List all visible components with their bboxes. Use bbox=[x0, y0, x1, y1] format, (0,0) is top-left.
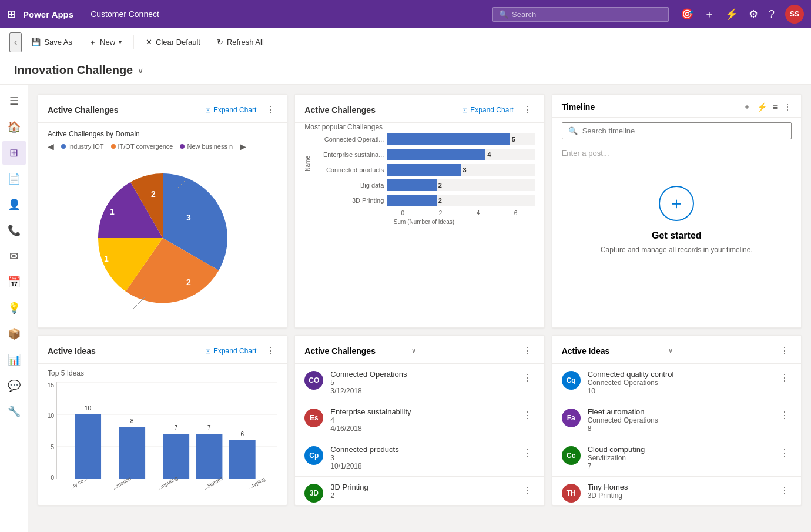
ideas-card-menu-button[interactable]: ⋮ bbox=[263, 343, 277, 359]
save-as-button[interactable]: 💾 Save As bbox=[24, 34, 79, 50]
page-title-bar: Innovation Challenge ∨ bbox=[0, 56, 811, 85]
idea-value-3: 7 bbox=[588, 462, 770, 470]
clear-default-button[interactable]: ✕ Clear Default bbox=[139, 34, 207, 50]
challenge-list-item-1: CO Connected Operations 5 3/12/2018 ⋮ bbox=[295, 364, 544, 401]
timeline-add-button[interactable]: ＋ bbox=[743, 102, 751, 112]
add-icon[interactable]: ＋ bbox=[704, 7, 715, 21]
challenge-title-1[interactable]: Connected Operations bbox=[330, 370, 513, 379]
challenge-item-menu-2[interactable]: ⋮ bbox=[521, 407, 535, 423]
timeline-search-box[interactable]: 🔍 bbox=[562, 122, 792, 139]
idea-list-item-2: Fa Fleet automation Connected Operations… bbox=[552, 401, 801, 439]
sidebar-item-calendar[interactable]: 📅 bbox=[2, 270, 26, 294]
global-search-box[interactable]: 🔍 bbox=[492, 7, 669, 22]
sidebar-item-contacts[interactable]: 👤 bbox=[2, 193, 26, 216]
target-icon[interactable]: 🎯 bbox=[681, 8, 693, 21]
challenge-count-4: 2 bbox=[330, 491, 513, 500]
legend-item-3: New business n bbox=[180, 143, 233, 150]
hbar-chart-body: Most popular Challenges Name Connected O… bbox=[295, 123, 544, 225]
timeline-view-button[interactable]: ≡ bbox=[773, 102, 778, 112]
hbar-row: Big data 2 bbox=[313, 179, 534, 191]
main-content: Active Challenges ⊡ Expand Chart ⋮ Activ… bbox=[28, 85, 811, 532]
sidebar-item-settings[interactable]: 🔧 bbox=[2, 400, 26, 423]
svg-text:2: 2 bbox=[151, 189, 156, 199]
challenge-title-4[interactable]: 3D Printing bbox=[330, 483, 513, 491]
hbar-expand-button[interactable]: ⊡ Expand Chart bbox=[460, 103, 515, 116]
back-button[interactable]: ‹ bbox=[9, 32, 22, 52]
timeline-filter-button[interactable]: ⚡ bbox=[757, 102, 767, 112]
challenge-count-2: 4 bbox=[330, 416, 513, 424]
challenges-list-menu-button[interactable]: ⋮ bbox=[521, 343, 535, 359]
legend-next-icon[interactable]: ▶ bbox=[240, 142, 246, 151]
idea-title-2[interactable]: Fleet automation bbox=[588, 407, 770, 416]
challenge-title-3[interactable]: Connected products bbox=[330, 445, 513, 454]
post-input-area[interactable]: Enter a post... bbox=[552, 144, 801, 162]
sidebar-item-dashboard[interactable]: ⊞ bbox=[2, 141, 26, 165]
settings-icon[interactable]: ⚙ bbox=[749, 8, 758, 21]
idea-title-3[interactable]: Cloud computing bbox=[588, 445, 770, 454]
idea-item-menu-2[interactable]: ⋮ bbox=[778, 407, 792, 423]
svg-rect-14 bbox=[163, 434, 189, 479]
sidebar: ☰ 🏠 ⊞ 📄 👤 📞 ✉ 📅 💡 📦 📊 💬 🔧 bbox=[0, 85, 28, 532]
pie-chart-card: Active Challenges ⊡ Expand Chart ⋮ Activ… bbox=[38, 94, 287, 328]
idea-list-item-3: Cc Cloud computing Servitization 7 ⋮ bbox=[552, 439, 801, 477]
sidebar-item-chat[interactable]: 💬 bbox=[2, 374, 26, 397]
sidebar-item-reports[interactable]: 📊 bbox=[2, 348, 26, 372]
avatar[interactable]: SS bbox=[785, 5, 804, 24]
sidebar-item-menu[interactable]: ☰ bbox=[2, 89, 26, 113]
challenges-list-card: Active Challenges ∨ ⋮ CO Connected Opera… bbox=[294, 335, 544, 506]
sidebar-item-home[interactable]: 🏠 bbox=[2, 115, 26, 139]
hbar-subtitle: Most popular Challenges bbox=[295, 123, 544, 133]
timeline-plus-circle[interactable]: ＋ bbox=[659, 186, 694, 221]
filter-icon[interactable]: ⚡ bbox=[725, 8, 738, 21]
idea-item-menu-4[interactable]: ⋮ bbox=[778, 483, 792, 498]
challenges-list-chevron-icon[interactable]: ∨ bbox=[411, 347, 416, 354]
ideas-list-chevron-icon[interactable]: ∨ bbox=[668, 347, 673, 354]
svg-text:2: 2 bbox=[186, 277, 191, 287]
svg-text:6: 6 bbox=[241, 431, 244, 437]
ideas-list-header: Active Ideas ∨ ⋮ bbox=[552, 336, 801, 364]
grid-menu-icon[interactable]: ⊞ bbox=[7, 8, 16, 21]
sidebar-item-ideas[interactable]: 💡 bbox=[2, 296, 26, 320]
challenge-item-menu-4[interactable]: ⋮ bbox=[521, 483, 535, 498]
challenge-content-2: Enterprise sustainability 4 4/16/2018 bbox=[330, 407, 513, 433]
timeline-menu-button[interactable]: ⋮ bbox=[783, 102, 792, 112]
sidebar-item-docs[interactable]: 📄 bbox=[2, 167, 26, 190]
ideas-expand-button[interactable]: ⊡ Expand Chart bbox=[203, 344, 259, 357]
idea-avatar-1: Cq bbox=[562, 371, 581, 390]
timeline-header-icons: ＋ ⚡ ≡ ⋮ bbox=[743, 102, 792, 112]
svg-rect-12 bbox=[119, 427, 145, 479]
pie-chart-legend: ◀ Industry IOT IT/OT convergence New bus… bbox=[48, 142, 277, 151]
idea-item-menu-3[interactable]: ⋮ bbox=[778, 445, 792, 461]
pie-chart-title: Active Challenges bbox=[48, 105, 203, 115]
pie-card-menu-button[interactable]: ⋮ bbox=[263, 102, 277, 118]
sidebar-item-mail[interactable]: ✉ bbox=[2, 245, 26, 268]
hbar-chart-actions: ⊡ Expand Chart ⋮ bbox=[460, 102, 534, 118]
legend-item-1: Industry IOT bbox=[61, 143, 104, 150]
idea-title-4[interactable]: Tiny Homes bbox=[588, 483, 770, 491]
ideas-bar-chart-card: Active Ideas ⊡ Expand Chart ⋮ Top 5 Idea… bbox=[38, 335, 287, 506]
timeline-search-input[interactable] bbox=[582, 126, 785, 135]
timeline-header: Timeline ＋ ⚡ ≡ ⋮ bbox=[552, 95, 801, 118]
idea-title-1[interactable]: Connected quality control bbox=[588, 370, 770, 379]
sidebar-item-calls[interactable]: 📞 bbox=[2, 219, 26, 242]
new-button[interactable]: ＋ New ▾ bbox=[82, 34, 129, 51]
hbar-card-menu-button[interactable]: ⋮ bbox=[521, 102, 535, 118]
challenge-title-2[interactable]: Enterprise sustainability bbox=[330, 407, 513, 416]
challenge-date-1: 3/12/2018 bbox=[330, 387, 513, 395]
save-icon: 💾 bbox=[31, 38, 41, 46]
idea-avatar-4: TH bbox=[562, 484, 581, 503]
page-title-chevron-icon[interactable]: ∨ bbox=[138, 66, 143, 75]
timeline-card: Timeline ＋ ⚡ ≡ ⋮ 🔍 Enter a post... ＋ Get… bbox=[552, 94, 802, 328]
challenge-item-menu-1[interactable]: ⋮ bbox=[521, 370, 535, 386]
challenge-item-menu-3[interactable]: ⋮ bbox=[521, 445, 535, 461]
refresh-all-button[interactable]: ↻ Refresh All bbox=[210, 34, 271, 50]
pie-expand-button[interactable]: ⊡ Expand Chart bbox=[203, 103, 259, 116]
page-title: Innovation Challenge bbox=[14, 63, 133, 77]
sidebar-item-packages[interactable]: 📦 bbox=[2, 322, 26, 346]
idea-item-menu-1[interactable]: ⋮ bbox=[778, 370, 792, 386]
expand-icon: ⊡ bbox=[462, 106, 468, 114]
help-icon[interactable]: ? bbox=[769, 8, 775, 21]
ideas-list-menu-button[interactable]: ⋮ bbox=[778, 343, 792, 359]
legend-prev-icon[interactable]: ◀ bbox=[48, 142, 54, 151]
global-search-input[interactable] bbox=[512, 10, 662, 19]
